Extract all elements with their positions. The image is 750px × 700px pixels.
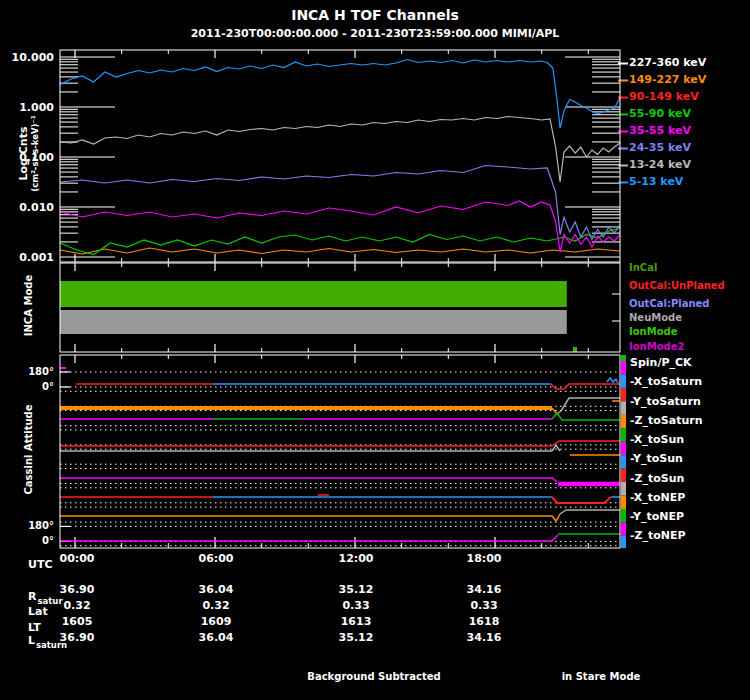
legend-attitude-z-sun: -Z_toSun — [630, 472, 684, 485]
legend-mode-outcal-planed: OutCal:Planed — [629, 298, 709, 309]
utc-tick-2: 12:00 — [321, 552, 391, 565]
table-cell: 34.16 — [449, 631, 519, 644]
table-cell: 35.12 — [321, 583, 391, 596]
legend-attitude-x-saturn: -X_toSaturn — [630, 375, 702, 388]
page-title: INCA H TOF Channels — [0, 7, 750, 23]
legend-attitude-z-saturn: -Z_toSaturn — [630, 414, 703, 427]
legend-channel-55-90: 55-90 keV — [629, 107, 691, 120]
table-cell: 0.33 — [321, 599, 391, 612]
mode-panel-label: INCA Mode — [23, 246, 34, 366]
utc-tick-0: 00:00 — [42, 552, 112, 565]
table-cell: 34.16 — [449, 583, 519, 596]
table-cell: 36.04 — [181, 631, 251, 644]
legend-attitude-y-saturn: -Y_toSaturn — [630, 395, 701, 408]
table-cell: 36.04 — [181, 583, 251, 596]
legend-attitude-y-sun: -Y_toSun — [630, 452, 683, 465]
legend-mode-neumode: NeuMode — [629, 312, 682, 323]
legend-attitude-y-nep: -Y_toNEP — [630, 510, 684, 523]
legend-attitude-x-sun: -X_toSun — [630, 433, 684, 446]
legend-attitude-spin: Spin/P_CK — [630, 356, 692, 369]
table-cell: 0.33 — [449, 599, 519, 612]
legend-channel-227-360: 227-360 keV — [629, 56, 706, 69]
legend-channel-35-55: 35-55 keV — [629, 124, 691, 137]
table-cell: 1605 — [42, 615, 112, 628]
utc-tick-3: 18:00 — [449, 552, 519, 565]
table-cell: 35.12 — [321, 631, 391, 644]
legend-channel-5-13: 5-13 keV — [629, 175, 683, 188]
legend-channel-149-227: 149-227 keV — [629, 73, 706, 86]
table-cell: 36.90 — [42, 631, 112, 644]
page-subtitle: 2011-230T00:00:00.000 - 2011-230T23:59:0… — [0, 27, 750, 40]
attitude-ytick-0-top: 0° — [8, 381, 54, 392]
table-cell: 0.32 — [181, 599, 251, 612]
attitude-ytick-0-bot: 0° — [8, 535, 54, 546]
table-cell: 1609 — [181, 615, 251, 628]
legend-mode-outcal-unplaned: OutCal:UnPlaned — [629, 280, 725, 291]
inca-tof-plot-window: INCA H TOF Channels 2011-230T00:00:00.00… — [0, 0, 750, 700]
y-axis-label-line1: Log Cnts — [17, 44, 30, 264]
footer-background-subtracted: Background Subtracted — [274, 671, 474, 682]
attitude-ytick-180-bot: 180° — [8, 520, 54, 531]
table-cell: 36.90 — [42, 583, 112, 596]
attitude-panel-label: Cassini Attitude — [23, 370, 34, 530]
legend-attitude-z-nep: -Z_toNEP — [630, 529, 686, 542]
legend-channel-13-24: 13-24 keV — [629, 158, 691, 171]
utc-tick-1: 06:00 — [181, 552, 251, 565]
table-cell: 1613 — [321, 615, 391, 628]
table-cell: 0.32 — [42, 599, 112, 612]
table-row-label-lt: LT — [28, 621, 41, 634]
y-axis-label-line2: (cm²-sr-s-keV)⁻¹ — [30, 44, 40, 264]
legend-mode-ionmode2: IonMode2 — [629, 341, 684, 352]
legend-channel-90-149: 90-149 keV — [629, 90, 699, 103]
footer-stare-mode: in Stare Mode — [521, 671, 681, 682]
legend-attitude-x-nep: -X_toNEP — [630, 491, 685, 504]
legend-mode-incal: InCal — [629, 262, 657, 273]
legend-mode-ionmode: IonMode — [629, 326, 677, 337]
table-cell: 1618 — [449, 615, 519, 628]
attitude-ytick-180-top: 180° — [8, 366, 54, 377]
legend-channel-24-35: 24-35 keV — [629, 141, 691, 154]
y-axis-label: Log Cnts (cm²-sr-s-keV)⁻¹ — [17, 44, 40, 264]
